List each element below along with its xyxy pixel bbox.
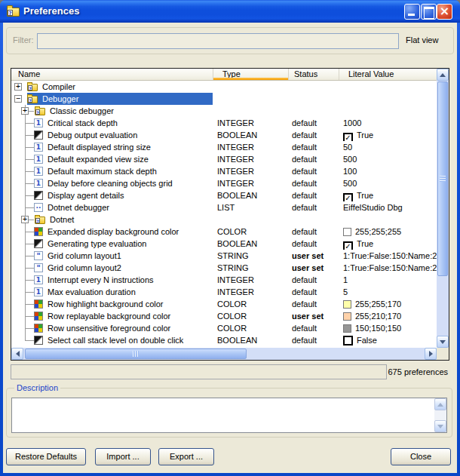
filter-input[interactable] xyxy=(37,33,399,49)
pref-name: Default displayed string size xyxy=(48,141,151,153)
integer-icon: 1 xyxy=(34,118,43,127)
folder-row[interactable]: +?Classic debugger xyxy=(11,105,437,117)
pref-name: Max evaluation duration xyxy=(48,286,136,298)
tree-expander-icon[interactable]: − xyxy=(14,95,22,103)
scroll-right-icon[interactable] xyxy=(425,348,437,360)
horizontal-scrollbar[interactable] xyxy=(11,348,437,360)
type-cell: INTEGER xyxy=(213,153,289,165)
color-swatch[interactable] xyxy=(343,324,351,333)
pref-row[interactable]: Row unsensitive foreground colorCOLORdef… xyxy=(11,322,437,334)
pref-name: Grid column layout2 xyxy=(48,262,121,274)
question-badge-icon: ? xyxy=(28,97,32,103)
export-button[interactable]: Export ... xyxy=(158,448,214,465)
integer-icon: 1 xyxy=(34,275,43,284)
literal-text: 1:True:False:150:Name:2: xyxy=(343,263,437,272)
minimize-button[interactable] xyxy=(404,4,420,20)
column-header-type[interactable]: Type xyxy=(213,69,289,80)
name-cell: Debug output evaluation xyxy=(11,129,213,141)
name-cell: "Grid column layout2 xyxy=(11,262,213,274)
pref-row[interactable]: ..Dotnet debuggerLISTdefaultEiffelStudio… xyxy=(11,201,437,213)
tree-connector xyxy=(25,171,34,172)
color-swatch[interactable] xyxy=(343,300,351,309)
pref-row[interactable]: Generating type evaluationBOOLEANdefault… xyxy=(11,238,437,250)
literal-text: 500 xyxy=(343,179,357,188)
literal-text: 500 xyxy=(343,155,357,164)
maximize-button[interactable] xyxy=(421,4,437,20)
literal-cell: 1:True:False:150:Name:2: xyxy=(339,262,437,274)
pref-row[interactable]: 1Delay before cleaning objects gridINTEG… xyxy=(11,177,437,189)
column-header-status[interactable]: Status xyxy=(289,69,339,80)
pref-row[interactable]: 1Interrupt every N instructionsINTEGERde… xyxy=(11,274,437,286)
tree-connector xyxy=(25,183,34,184)
scroll-up-icon[interactable] xyxy=(437,69,449,81)
tree-connector xyxy=(25,207,34,208)
pref-row[interactable]: Display agent detailsBOOLEANdefault✓True xyxy=(11,189,437,201)
scroll-down-icon[interactable] xyxy=(437,336,449,348)
literal-text: 1:True:False:150:Name:2: xyxy=(343,251,437,260)
literal-cell: 1 xyxy=(339,274,437,286)
status-cell: default xyxy=(289,165,339,177)
checkbox-icon[interactable]: ✓ xyxy=(343,193,353,201)
close-button[interactable]: Close xyxy=(391,448,451,465)
pref-row[interactable]: Debug output evaluationBOOLEANdefault✓Tr… xyxy=(11,129,437,141)
vertical-scrollbar[interactable] xyxy=(437,69,449,348)
literal-cell: 255;210;170 xyxy=(339,310,437,322)
pref-row[interactable]: "Grid column layout1STRINGuser set1:True… xyxy=(11,250,437,262)
status-cell: user set xyxy=(289,262,339,274)
literal-text: 150;150;150 xyxy=(355,324,401,333)
pref-row[interactable]: 1Default maximum stack depthINTEGERdefau… xyxy=(11,165,437,177)
literal-text: 255;210;170 xyxy=(355,312,401,321)
type-cell: STRING xyxy=(213,262,289,274)
color-swatch[interactable] xyxy=(343,228,351,236)
checkbox-icon[interactable]: ✓ xyxy=(343,241,353,250)
type-cell: INTEGER xyxy=(213,141,289,153)
restore-button[interactable]: Restore Defaults xyxy=(6,448,86,465)
titlebar[interactable]: ? Preferences xyxy=(0,0,460,23)
pref-row[interactable]: Row highlight background colorCOLORdefau… xyxy=(11,298,437,310)
scroll-down-icon[interactable] xyxy=(434,420,446,432)
filter-group: Filter: Flat view xyxy=(6,27,454,54)
column-header-name[interactable]: Name xyxy=(11,69,213,80)
close-button[interactable] xyxy=(437,4,452,20)
checkbox-icon[interactable] xyxy=(343,336,353,345)
pref-name: Debug output evaluation xyxy=(48,129,137,141)
pref-name: Row replayable background color xyxy=(48,310,170,322)
name-cell: Row replayable background color xyxy=(11,310,213,322)
pref-name: Row highlight background color xyxy=(48,298,163,310)
pref-row[interactable]: 1Max evaluation durationINTEGERdefault5 xyxy=(11,286,437,298)
tree-expander-icon[interactable]: + xyxy=(14,83,22,91)
scroll-up-icon[interactable] xyxy=(434,398,446,410)
name-cell: 1Delay before cleaning objects grid xyxy=(11,177,213,189)
pref-row[interactable]: 1Critical stack depthINTEGERdefault1000 xyxy=(11,117,437,129)
tree-expander-icon[interactable]: + xyxy=(21,216,29,223)
description-textarea[interactable] xyxy=(11,398,447,433)
horizontal-scroll-thumb[interactable] xyxy=(25,349,247,359)
scroll-left-icon[interactable] xyxy=(11,348,23,360)
pref-row[interactable]: "Grid column layout2STRINGuser set1:True… xyxy=(11,262,437,274)
pref-row[interactable]: 1Default expanded view sizeINTEGERdefaul… xyxy=(11,153,437,165)
type-cell: COLOR xyxy=(213,322,289,334)
tree-expander-icon[interactable]: + xyxy=(21,107,29,115)
name-cell: 1Default maximum stack depth xyxy=(11,165,213,177)
folder-row[interactable]: +?Dotnet xyxy=(11,213,437,226)
folder-row[interactable]: +?Compiler xyxy=(11,81,437,93)
flat-view-button[interactable]: Flat view xyxy=(406,35,438,45)
status-cell: default xyxy=(289,141,339,153)
pref-row[interactable]: 1Default displayed string sizeINTEGERdef… xyxy=(11,141,437,153)
name-cell: Display agent details xyxy=(11,189,213,201)
vertical-scroll-thumb[interactable] xyxy=(437,81,448,276)
pref-name: Row unsensitive foreground color xyxy=(48,322,170,334)
status-cell: default xyxy=(289,334,339,346)
import-button[interactable]: Import ... xyxy=(95,448,151,465)
description-scrollbar[interactable] xyxy=(434,398,446,432)
folder-row[interactable]: −?Debugger xyxy=(11,93,437,105)
column-header-literal[interactable]: Literal Value xyxy=(339,69,437,80)
pref-row[interactable]: Select call stack level on double clickB… xyxy=(11,334,437,346)
status-cell: default xyxy=(289,226,339,238)
color-swatch[interactable] xyxy=(343,312,351,321)
pref-row[interactable]: Row replayable background colorCOLORuser… xyxy=(11,310,437,322)
pref-row[interactable]: Expanded display background colorCOLORde… xyxy=(11,226,437,238)
checkbox-icon[interactable]: ✓ xyxy=(343,133,353,141)
integer-icon: 1 xyxy=(34,179,43,188)
tree-connector xyxy=(25,123,34,124)
